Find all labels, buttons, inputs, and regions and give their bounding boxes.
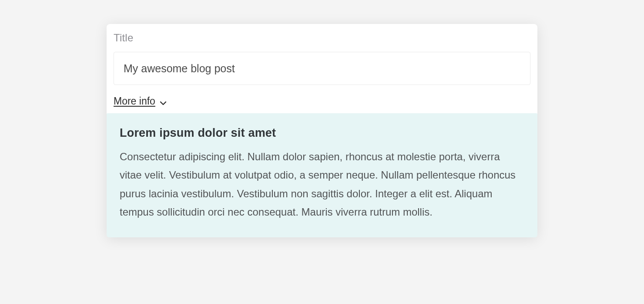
chevron-down-icon xyxy=(160,99,167,104)
more-info-toggle-label: More info xyxy=(114,95,155,107)
more-info-toggle[interactable]: More info xyxy=(114,95,167,107)
info-heading: Lorem ipsum dolor sit amet xyxy=(120,126,524,140)
title-input[interactable] xyxy=(114,52,530,85)
form-card: Title More info Lorem ipsum dolor sit am… xyxy=(107,24,537,237)
title-label: Title xyxy=(114,32,530,44)
info-body: Consectetur adipiscing elit. Nullam dolo… xyxy=(120,148,524,222)
info-panel: Lorem ipsum dolor sit amet Consectetur a… xyxy=(107,113,537,237)
